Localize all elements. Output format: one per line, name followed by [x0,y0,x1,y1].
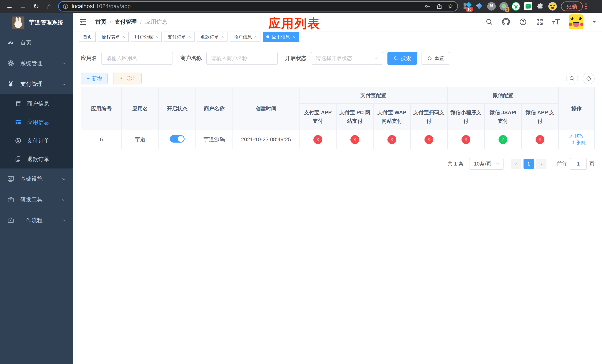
next-page-button[interactable]: › [536,159,547,169]
edit-link[interactable]: 修改 [569,133,584,139]
page-annotation: 应用列表 [269,15,320,32]
sidebar-item-payment[interactable]: ¥ 支付管理 [0,74,73,95]
sidebar-item-merchant-info[interactable]: 商户信息 [0,95,73,113]
gear-icon [7,60,15,67]
close-icon[interactable]: × [292,35,295,39]
chevron-down-icon [61,217,66,224]
close-icon[interactable]: × [254,35,257,39]
tab-pay-order[interactable]: 支付订单× [164,32,194,42]
add-button[interactable]: + 新增 [81,73,108,85]
download-icon [119,76,124,81]
extension-gem-icon[interactable] [475,2,484,11]
prev-page-button[interactable]: ‹ [511,159,521,169]
profile-avatar-icon[interactable] [548,2,557,11]
browser-reload-button[interactable]: ↻ [31,1,42,12]
extension-record-icon[interactable]: 1 [499,2,508,11]
reset-button[interactable]: 重置 [421,52,450,65]
extension-y-icon[interactable]: y [512,2,520,11]
tab-home[interactable]: 首页 [79,32,96,42]
sidebar-item-dev-tools[interactable]: 研发工具 [0,189,73,210]
help-icon[interactable] [519,18,527,26]
breadcrumb-payment[interactable]: 支付管理 [115,18,137,26]
site-info-icon[interactable] [62,3,69,10]
documents-icon [14,156,22,162]
cell-merchant: 芋道源码 [196,130,233,149]
refresh-table-button[interactable] [583,73,595,85]
tab-merchant-info[interactable]: 商户信息× [230,32,260,42]
extension-chat-icon[interactable] [524,2,532,11]
extension-command-icon[interactable]: ⌘ [487,2,496,11]
github-icon[interactable] [502,18,510,26]
page-number-1[interactable]: 1 [524,159,534,169]
browser-back-button[interactable]: ← [4,1,15,12]
show-search-button[interactable] [566,73,578,85]
app-logo-row: 芋道管理系统 [0,13,73,32]
enabled-toggle[interactable] [170,135,184,143]
app-table: 应用编号 应用名 开启状态 商户名称 创建时间 支付宝配置 微信配置 操作 支付… [81,87,595,149]
sidebar: 芋道管理系统 首页 系统管理 ¥ 支付管理 商户信息 应用信息 [0,13,73,364]
browser-home-button[interactable]: ⌂ [44,1,55,12]
top-navbar: 首页 / 支付管理 / 应用信息 应用列表 TT [73,13,602,31]
sidebar-fold-icon[interactable] [79,18,87,26]
header-search-icon[interactable] [485,18,493,26]
sidebar-item-home[interactable]: 首页 [0,32,73,53]
extensions-menu-icon[interactable] [536,2,545,11]
pagination: 共 1 条 10条/页 ‹ 1 › 前往 页 [81,158,595,170]
yen-icon: ¥ [7,81,15,87]
close-icon[interactable]: × [155,35,158,39]
page-unit-label: 页 [589,160,595,167]
sidebar-item-refund-order[interactable]: 退款订单 [0,150,73,169]
dashboard-icon [7,39,15,46]
status-select[interactable]: 请选择开启状态 [311,52,383,65]
extension-badge: 10 [466,7,473,12]
breadcrumb-home[interactable]: 首页 [95,18,107,26]
col-wechat-mini: 微信小程序支付 [447,104,484,130]
col-app-id: 应用编号 [81,87,122,130]
share-icon[interactable] [436,3,443,10]
breadcrumb-current: 应用信息 [145,18,167,26]
status-alipay-wap: × [387,135,396,144]
tags-view-bar: 首页 流程表单× 用户分组× 支付订单× 退款订单× 商户信息× 应用信息× [73,31,602,43]
tab-refund-order[interactable]: 退款订单× [197,32,227,42]
status-alipay-app: × [313,135,322,144]
merchant-name-input[interactable] [206,52,278,65]
user-avatar[interactable] [569,14,583,29]
app-name-input[interactable] [101,52,173,65]
fullscreen-icon[interactable] [536,18,544,26]
browser-menu-icon[interactable] [585,3,587,10]
sidebar-item-app-info[interactable]: 应用信息 [0,113,73,131]
font-size-icon[interactable]: TT [552,18,560,26]
password-key-icon[interactable] [424,3,431,10]
close-icon[interactable]: × [122,35,125,39]
browser-forward-button[interactable]: → [17,1,28,12]
tab-process-form[interactable]: 流程表单× [98,32,129,42]
col-alipay-pc: 支付宝 PC 网站支付 [336,104,373,130]
tab-user-group[interactable]: 用户分组× [131,32,161,42]
search-button[interactable]: 搜索 [387,52,417,65]
delete-link[interactable]: 删除 [571,139,586,146]
tab-app-info[interactable]: 应用信息× [263,32,299,42]
extension-badge: 1 [505,7,509,12]
sidebar-item-infra[interactable]: 基础设施 [0,169,73,189]
breadcrumb: 首页 / 支付管理 / 应用信息 [95,18,167,26]
close-icon[interactable]: × [221,35,224,39]
address-bar[interactable]: localhost:1024/pay/app ☆ [58,1,458,11]
extension-blocks-icon[interactable]: 10 [463,2,471,11]
sidebar-item-pay-order[interactable]: 支付订单 [0,131,73,150]
goto-page-input[interactable] [570,158,587,170]
page-size-select[interactable]: 10条/页 [469,158,504,170]
chrome-update-button[interactable]: 更新 [561,1,583,11]
avatar-caret-icon[interactable] [592,21,596,25]
col-operations: 操作 [559,87,594,130]
bookmark-star-icon[interactable]: ☆ [447,3,454,10]
sidebar-item-system[interactable]: 系统管理 [0,53,73,74]
yen-circle-icon [14,137,22,144]
plus-icon: + [86,76,90,81]
col-alipay-qr: 支付宝扫码支付 [410,104,447,130]
export-button[interactable]: 导出 [113,73,142,85]
close-icon[interactable]: × [188,35,191,39]
status-label: 开启状态 [285,55,307,62]
table-toolbar: + 新增 导出 [81,73,595,85]
sidebar-item-workflow[interactable]: 工作流程 [0,210,73,231]
col-app-name: 应用名 [122,87,159,130]
